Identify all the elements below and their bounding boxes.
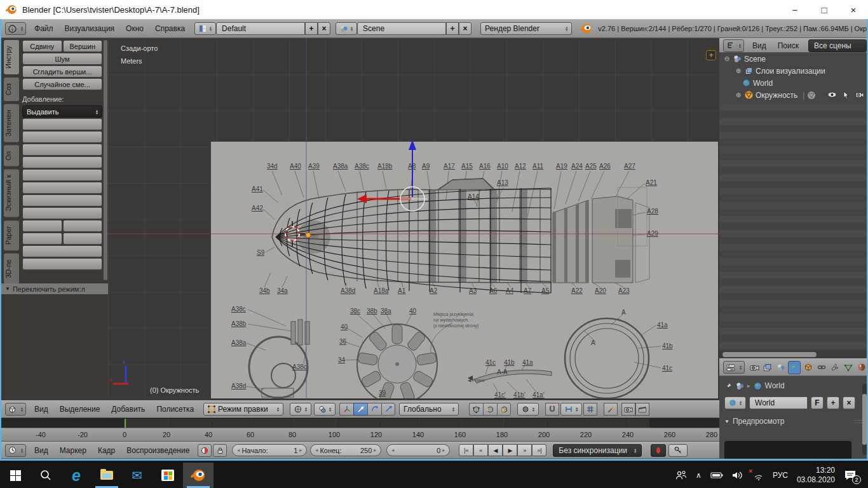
menu-item[interactable]: Окно [120, 24, 149, 33]
tool-button[interactable] [22, 131, 102, 143]
taskbar-blender[interactable] [183, 463, 214, 488]
outliner-item-object[interactable]: ⊕ Окружность | [719, 89, 868, 101]
editor-type-button-timeline[interactable]: ▴ ▾ [5, 444, 26, 457]
menu-item[interactable]: Выделение [54, 405, 106, 414]
action-center-button[interactable]: 2 [844, 470, 857, 482]
render-engine-select[interactable]: Рендер Blender ▴ ▾ [480, 22, 572, 35]
menu-item[interactable]: Маркер [54, 446, 92, 455]
menu-item[interactable]: Добавить [105, 405, 151, 414]
world-browse-button[interactable]: ▴ ▾ [724, 396, 746, 409]
menu-item[interactable]: Справка [149, 24, 191, 33]
menu-item[interactable]: Вид [747, 41, 772, 50]
minimize-button[interactable]: − [780, 0, 810, 19]
screen-layout-name-field[interactable]: Default [216, 22, 305, 35]
eye-visibility-icon[interactable] [827, 91, 837, 98]
auto-keyframe-record-toggle[interactable] [651, 444, 666, 457]
snap-element-select[interactable]: ▴ ▾ [560, 403, 582, 416]
tool-shelf-tab[interactable]: Соз [4, 78, 19, 101]
tool-button[interactable]: Случайное сме... [22, 78, 102, 90]
unlink-world-button[interactable]: × [843, 396, 855, 409]
pin-icon[interactable] [724, 382, 733, 390]
taskbar-mail[interactable]: ✉ [122, 463, 153, 488]
scale-manipulator-toggle[interactable] [381, 403, 395, 416]
manipulate-origins-toggle[interactable] [604, 403, 618, 416]
add-screen-button[interactable]: + [305, 22, 318, 35]
tool-button[interactable]: Шум [22, 53, 102, 65]
add-scene-button[interactable]: + [446, 22, 459, 35]
preview-panel-header[interactable]: ▼ Предпросмотр :::: [719, 417, 868, 426]
current-frame-field[interactable]: ◂ 0 ▸ [386, 444, 450, 456]
sync-mode-select[interactable]: Без синхронизации ▴ ▾ [553, 444, 642, 457]
tool-button[interactable] [22, 245, 102, 257]
taskbar-file-explorer[interactable] [92, 463, 122, 488]
speaker-icon[interactable] [732, 471, 743, 480]
tab-modifiers[interactable] [829, 361, 841, 374]
opengl-render-animation-button[interactable] [635, 403, 649, 416]
decrement-arrow-icon[interactable]: ◂ [391, 447, 394, 453]
window-titlebar[interactable]: Blender [C:\Users\tvister\Desktop\A-7\A-… [0, 0, 868, 19]
increment-arrow-icon[interactable]: ▸ [374, 447, 376, 453]
open-properties-region-button[interactable]: + [706, 50, 716, 60]
snap-toggle[interactable] [545, 403, 559, 416]
tool-button[interactable] [22, 220, 62, 232]
editor-type-button-3dview[interactable]: ▴ ▾ [5, 403, 26, 416]
frame-start-field[interactable]: ◂ Начало: 1 ▸ [232, 444, 307, 456]
editor-type-button-properties[interactable]: ▴ ▾ [723, 361, 745, 374]
fake-user-button[interactable]: F [811, 396, 824, 409]
menu-item[interactable]: Полисетка [151, 405, 200, 414]
tab-object[interactable] [801, 361, 814, 374]
tab-render-layers[interactable] [761, 361, 774, 374]
outliner-item-scene[interactable]: ⊖ Scene [719, 53, 868, 65]
current-frame-playhead[interactable] [125, 419, 126, 428]
editor-type-button-info[interactable]: i ▴ ▾ [5, 22, 26, 35]
lock-frame-range-toggle[interactable] [213, 444, 227, 457]
maximize-button[interactable]: □ [810, 0, 839, 19]
increment-arrow-icon[interactable]: ▸ [442, 447, 445, 453]
network-status[interactable]: × [752, 470, 764, 481]
menu-item[interactable]: Поиск [772, 41, 804, 50]
cursor-selectable-icon[interactable] [843, 91, 850, 99]
editor-type-button-outliner[interactable]: ▴ ▾ [723, 39, 744, 52]
expand-icon[interactable]: ⊕ [735, 92, 742, 98]
screen-layout-browse-button[interactable]: ▴ ▾ [194, 22, 216, 35]
tool-button[interactable]: Сгладить верши... [22, 65, 102, 78]
menu-item[interactable]: Файл [29, 24, 59, 33]
camera-renderable-icon[interactable] [855, 91, 864, 98]
delete-screen-button[interactable]: × [318, 22, 330, 35]
rotate-manipulator-toggle[interactable] [367, 403, 381, 416]
tool-shelf-tab[interactable]: Инстру [4, 40, 19, 74]
collapse-icon[interactable]: ⊖ [723, 55, 731, 62]
tab-world[interactable] [788, 361, 801, 374]
translate-manipulator-toggle[interactable] [353, 403, 367, 416]
tool-shelf-tab[interactable]: Оп [4, 146, 19, 166]
tab-object-data[interactable] [842, 361, 855, 374]
tool-button[interactable] [22, 258, 102, 270]
properties-scrollbar[interactable] [862, 384, 867, 455]
menu-item[interactable]: Кадр [92, 446, 121, 455]
scene-name-field[interactable]: Scene [357, 22, 446, 35]
tool-button[interactable] [22, 207, 102, 219]
search-button[interactable] [31, 463, 61, 488]
tab-material[interactable] [855, 361, 868, 374]
taskbar-clock[interactable]: 13:20 03.08.2020 [797, 466, 835, 485]
keying-set-button[interactable] [668, 444, 688, 457]
timeline-tracks[interactable] [1, 418, 719, 428]
increment-arrow-icon[interactable]: ▸ [299, 447, 302, 453]
tool-button[interactable] [22, 182, 102, 194]
tool-button[interactable] [63, 233, 103, 245]
follow-playhead-toggle[interactable] [198, 444, 212, 457]
tab-constraints[interactable] [815, 361, 828, 374]
opengl-render-image-button[interactable]: + [621, 403, 635, 416]
battery-icon[interactable] [710, 471, 723, 479]
outliner-horizontal-scrollbar[interactable] [719, 351, 868, 358]
start-button[interactable] [0, 463, 31, 488]
occlude-geometry-toggle[interactable]: ▴ ▾ [517, 403, 539, 416]
outliner-item-world[interactable]: World [719, 77, 868, 89]
tool-button[interactable] [22, 118, 102, 130]
world-name-field[interactable]: World [749, 396, 808, 409]
tool-button[interactable] [22, 194, 102, 207]
tool-button[interactable] [22, 156, 102, 168]
extrude-dropdown[interactable]: Выдавить ▴ ▾ [22, 105, 102, 118]
frame-end-field[interactable]: ◂ Конец: 250 ▸ [310, 444, 381, 456]
tool-shelf-tab[interactable]: 3D-пе [4, 254, 19, 284]
